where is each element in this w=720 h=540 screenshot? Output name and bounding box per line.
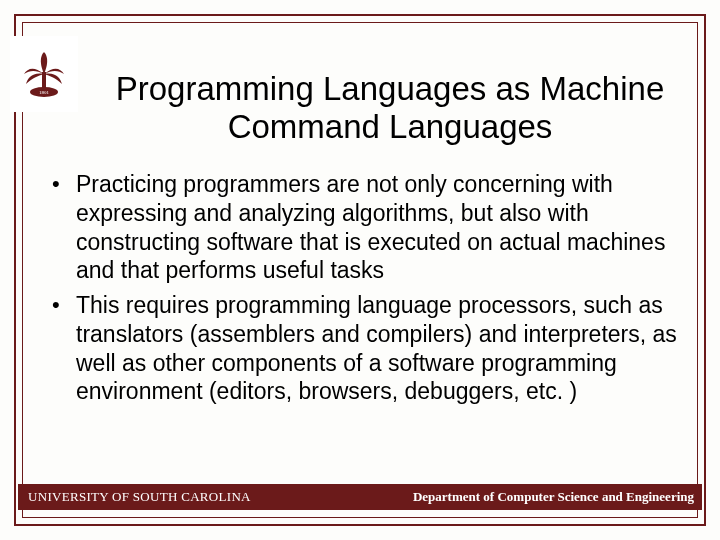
palmetto-tree-icon: 1801 [16, 46, 72, 102]
svg-rect-0 [42, 72, 46, 88]
list-item: Practicing programmers are not only conc… [48, 170, 678, 285]
footer-bar: UNIVERSITY OF SOUTH CAROLINA Department … [18, 484, 702, 510]
university-logo: 1801 [10, 36, 78, 112]
slide-title: Programming Languages as Machine Command… [90, 70, 690, 146]
list-item: This requires programming language proce… [48, 291, 678, 406]
svg-text:1801: 1801 [39, 90, 50, 95]
footer-university: UNIVERSITY OF SOUTH CAROLINA [28, 489, 251, 505]
footer-department: Department of Computer Science and Engin… [413, 489, 694, 505]
bullet-list: Practicing programmers are not only conc… [48, 170, 678, 412]
